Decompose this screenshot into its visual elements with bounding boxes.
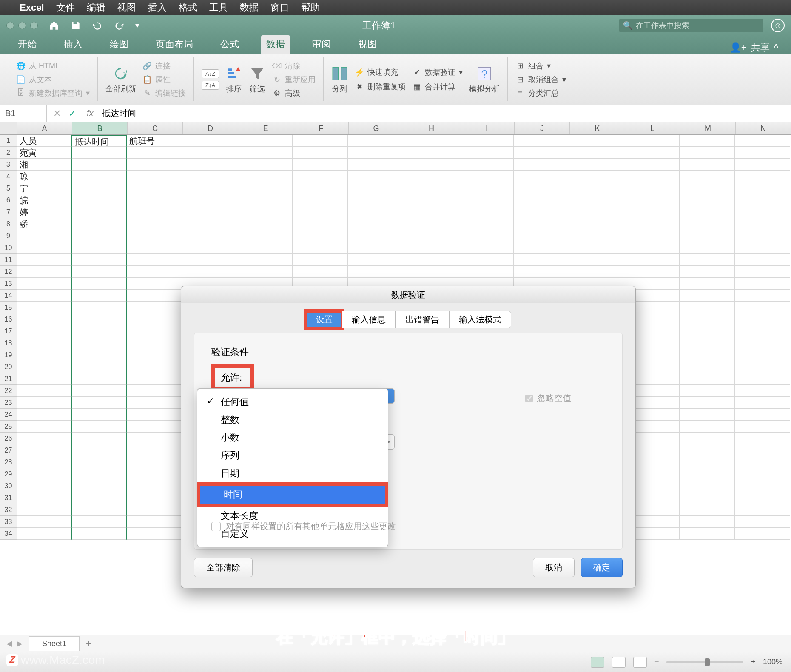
cell[interactable] [624, 242, 680, 254]
cell[interactable] [403, 242, 458, 254]
cell[interactable]: 抵达时间 [71, 135, 127, 147]
cell[interactable] [680, 159, 735, 171]
cell[interactable]: 人员 [17, 135, 72, 147]
row-header[interactable]: 31 [0, 492, 17, 504]
cell[interactable] [127, 218, 182, 230]
cell[interactable] [458, 135, 514, 147]
row-header[interactable]: 34 [0, 528, 17, 540]
tab-layout[interactable]: 页面布局 [151, 35, 198, 54]
cell[interactable]: 宛寅 [17, 147, 72, 159]
cell[interactable] [127, 385, 182, 397]
cell[interactable] [458, 171, 514, 182]
cell[interactable] [71, 242, 127, 254]
cell[interactable] [348, 254, 403, 266]
cell[interactable] [17, 468, 72, 480]
cell[interactable] [735, 337, 790, 349]
cell[interactable]: 湘 [17, 159, 72, 171]
cell[interactable] [514, 135, 569, 147]
menu-edit[interactable]: 编辑 [87, 1, 105, 14]
row-header[interactable]: 13 [0, 278, 17, 290]
cell[interactable] [348, 182, 403, 194]
col-header-E[interactable]: E [238, 122, 293, 134]
cell[interactable] [680, 349, 735, 361]
row-header[interactable]: 11 [0, 254, 17, 266]
cell[interactable] [17, 433, 72, 444]
cell[interactable] [735, 266, 790, 278]
cell[interactable]: 琼 [17, 171, 72, 182]
cell[interactable] [71, 147, 127, 159]
cell[interactable] [293, 182, 348, 194]
cell[interactable] [680, 528, 735, 540]
advanced-filter-button[interactable]: ⚙高级 [272, 88, 316, 98]
cell[interactable] [680, 373, 735, 385]
cell[interactable] [17, 373, 72, 385]
cell[interactable] [237, 266, 293, 278]
dd-item-time[interactable]: 时间 [200, 486, 385, 504]
cell[interactable] [127, 433, 182, 444]
cell[interactable] [293, 206, 348, 218]
cell[interactable] [71, 397, 127, 409]
cell[interactable] [514, 254, 569, 266]
cell[interactable] [17, 266, 72, 278]
cell[interactable] [735, 409, 790, 421]
cell[interactable] [17, 456, 72, 468]
cell[interactable] [348, 194, 403, 206]
cell[interactable] [71, 373, 127, 385]
row-header[interactable]: 24 [0, 409, 17, 421]
cell[interactable] [680, 385, 735, 397]
sheet-tab-active[interactable]: Sheet1 [29, 636, 80, 651]
cell[interactable] [71, 230, 127, 242]
row-header[interactable]: 1 [0, 135, 17, 147]
collapse-ribbon-icon[interactable]: ^ [774, 42, 778, 53]
row-header[interactable]: 10 [0, 242, 17, 254]
cell[interactable] [569, 147, 624, 159]
cell[interactable] [17, 290, 72, 302]
add-sheet-button[interactable]: + [80, 635, 98, 652]
cell[interactable] [624, 147, 680, 159]
row-header[interactable]: 32 [0, 504, 17, 516]
subtotal-button[interactable]: ≡分类汇总 [515, 88, 566, 98]
cell[interactable] [237, 206, 293, 218]
cell[interactable] [17, 313, 72, 325]
cell[interactable] [127, 516, 182, 528]
row-header[interactable]: 4 [0, 171, 17, 182]
cell[interactable] [403, 218, 458, 230]
cell[interactable] [17, 385, 72, 397]
cell[interactable] [624, 254, 680, 266]
col-header-A[interactable]: A [17, 122, 72, 134]
cell[interactable] [735, 147, 790, 159]
cell[interactable] [182, 135, 237, 147]
cell[interactable] [624, 159, 680, 171]
select-all-corner[interactable] [0, 122, 17, 134]
cell[interactable] [348, 242, 403, 254]
col-header-K[interactable]: K [570, 122, 625, 134]
cell[interactable] [71, 409, 127, 421]
sort-button[interactable]: 排序 [225, 65, 242, 94]
cell[interactable] [182, 147, 237, 159]
cell[interactable] [403, 135, 458, 147]
dialog-tab-input[interactable]: 输入信息 [342, 311, 396, 328]
cell[interactable] [569, 230, 624, 242]
dialog-tab-settings[interactable]: 设置 [306, 311, 342, 328]
cell[interactable] [680, 492, 735, 504]
cell[interactable] [17, 516, 72, 528]
cell[interactable] [403, 194, 458, 206]
cell[interactable] [71, 182, 127, 194]
cell[interactable] [735, 290, 790, 302]
accept-formula-icon[interactable]: ✓ [68, 108, 76, 119]
cell[interactable] [127, 230, 182, 242]
cell[interactable] [71, 492, 127, 504]
cell[interactable] [127, 266, 182, 278]
cell[interactable] [458, 206, 514, 218]
tab-formulas[interactable]: 公式 [215, 35, 244, 54]
from-html-button[interactable]: 🌐从 HTML [16, 61, 90, 71]
cell[interactable] [680, 325, 735, 337]
cell[interactable] [71, 325, 127, 337]
cell[interactable] [348, 159, 403, 171]
cell[interactable] [17, 349, 72, 361]
name-box[interactable]: B1 [0, 105, 47, 122]
row-header[interactable]: 33 [0, 516, 17, 528]
cell[interactable] [514, 206, 569, 218]
cell[interactable] [514, 182, 569, 194]
cell[interactable] [735, 194, 790, 206]
